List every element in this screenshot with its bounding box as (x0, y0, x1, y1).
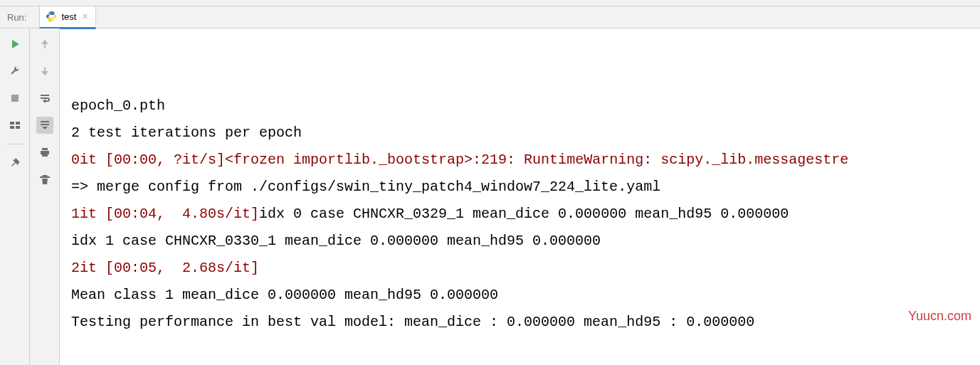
stop-button[interactable] (6, 90, 23, 107)
svg-rect-2 (16, 122, 20, 125)
svg-rect-3 (10, 126, 14, 129)
console-line: Testing performance in best val model: m… (71, 309, 980, 336)
console-line: idx 1 case CHNCXR_0330_1 mean_dice 0.000… (71, 228, 980, 255)
run-toolwindow-body: epoch_0.pth2 test iterations per epoch0i… (0, 28, 980, 365)
close-icon[interactable]: × (82, 11, 88, 21)
console-actions-gutter (30, 28, 60, 365)
run-label: Run: (7, 12, 26, 23)
console-line: 1it [00:04, 4.80s/it]idx 0 case CHNCXR_0… (71, 201, 980, 228)
svg-rect-1 (10, 122, 14, 125)
svg-rect-4 (16, 126, 20, 129)
console-text: Testing performance in best val model: m… (71, 314, 754, 330)
console-text: => merge config from ./configs/swin_tiny… (71, 179, 660, 195)
console-text: 2 test iterations per epoch (71, 125, 302, 141)
watermark-text: Yuucn.com (908, 302, 971, 329)
console-text: 2it [00:05, 2.68s/it] (71, 260, 259, 276)
run-actions-gutter (0, 28, 30, 365)
layout-icon[interactable] (6, 117, 23, 134)
console-line: 2it [00:05, 2.68s/it] (71, 255, 980, 282)
console-text: 0it [00:00, ?it/s] (71, 152, 225, 168)
console-line: 2 test iterations per epoch (71, 120, 980, 147)
run-tab-test[interactable]: test × (39, 6, 95, 29)
console-text: idx 1 case CHNCXR_0330_1 mean_dice 0.000… (71, 233, 601, 249)
gutter-separator (6, 144, 23, 144)
down-arrow-icon[interactable] (36, 63, 53, 80)
console-line: 0it [00:00, ?it/s]<frozen importlib._boo… (71, 147, 980, 174)
console-text: epoch_0.pth (71, 97, 165, 114)
console-text: <frozen importlib._bootstrap>:219: Runti… (225, 152, 848, 168)
console-output[interactable]: epoch_0.pth2 test iterations per epoch0i… (60, 28, 980, 365)
console-line (71, 336, 980, 363)
trash-icon[interactable] (36, 171, 53, 188)
up-arrow-icon[interactable] (36, 36, 53, 53)
rerun-button[interactable] (6, 36, 23, 53)
console-text: idx 0 case CHNCXR_0329_1 mean_dice 0.000… (259, 206, 789, 222)
console-line: epoch_0.pth (71, 92, 980, 120)
scroll-to-end-icon[interactable] (36, 117, 53, 134)
svg-rect-0 (11, 95, 19, 102)
soft-wrap-icon[interactable] (36, 90, 53, 107)
print-icon[interactable] (36, 144, 53, 161)
console-line: => merge config from ./configs/swin_tiny… (71, 174, 980, 201)
pin-icon[interactable] (6, 154, 23, 171)
run-tab-label: test (61, 11, 76, 22)
console-text: 1it [00:04, 4.80s/it] (71, 206, 259, 222)
wrench-icon[interactable] (6, 63, 23, 80)
editor-tab-strip: CHNCXR_0329_1.png (0, 0, 980, 6)
console-text: Mean class 1 mean_dice 0.000000 mean_hd9… (71, 287, 498, 303)
console-line: Mean class 1 mean_dice 0.000000 mean_hd9… (71, 282, 980, 309)
python-file-icon (46, 11, 57, 22)
run-toolwindow-header: Run: test × (0, 6, 980, 28)
